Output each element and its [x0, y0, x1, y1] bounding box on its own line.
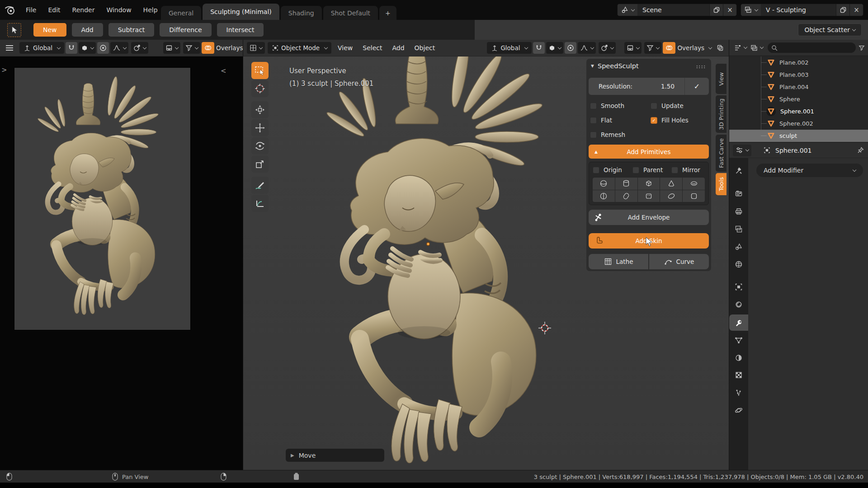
transform-tool[interactable]: [251, 101, 269, 118]
menu-select[interactable]: Select: [358, 44, 387, 52]
annotate-tool[interactable]: [251, 177, 269, 194]
overlays-toggle-icon[interactable]: [202, 42, 214, 54]
add-primitives-button[interactable]: ▲ Add Primitives: [589, 145, 709, 159]
active-tool-indicator[interactable]: [7, 23, 21, 37]
outliner-display-mode-dropdown[interactable]: [732, 44, 749, 52]
mode-dropdown[interactable]: Object Mode: [268, 42, 331, 54]
visibility-dropdown[interactable]: [624, 42, 642, 54]
menu-render[interactable]: Render: [66, 6, 101, 14]
primitive-rounded-square-button[interactable]: [683, 190, 705, 202]
add-button[interactable]: Add: [72, 23, 103, 37]
scene-browse-button[interactable]: [618, 4, 637, 16]
lathe-button[interactable]: Lathe: [589, 254, 648, 269]
orientation-dropdown[interactable]: Global: [19, 42, 64, 54]
object-scatter-dropdown[interactable]: Object Scatter: [798, 23, 862, 36]
menu-object[interactable]: Object: [410, 44, 440, 52]
parent-option[interactable]: Parent: [632, 166, 663, 174]
primitive-rounded-cube-button[interactable]: [638, 190, 660, 202]
difference-button[interactable]: Difference: [160, 23, 211, 37]
outliner-item-plane-004[interactable]: Plane.004: [729, 81, 868, 93]
primitive-cylinder-button[interactable]: [615, 178, 637, 190]
operator-panel-move[interactable]: ▶ Move: [286, 449, 384, 462]
tab-particles[interactable]: [729, 385, 748, 401]
tab-view-layer[interactable]: [729, 221, 748, 237]
tab-sculpting-minimal[interactable]: Sculpting (Minimal): [203, 4, 279, 20]
hamburger-menu-icon[interactable]: [5, 45, 14, 51]
tab-general[interactable]: General: [161, 6, 201, 20]
expand-region-arrow[interactable]: >: [1, 67, 7, 74]
proportional-editing-icon[interactable]: [97, 42, 109, 54]
snap-magnet-icon[interactable]: [66, 42, 77, 54]
tab-render[interactable]: [729, 185, 748, 202]
primitive-sphere-button[interactable]: [593, 178, 615, 190]
falloff-dropdown[interactable]: [110, 42, 128, 54]
outliner-item-plane-003[interactable]: Plane.003: [729, 69, 868, 81]
origin-option[interactable]: Origin: [593, 166, 622, 174]
sidebar-tab-fast-carve[interactable]: Fast Carve: [716, 135, 726, 172]
filter-dropdown[interactable]: [644, 42, 661, 54]
overlays-label[interactable]: Overlays: [214, 44, 243, 52]
overlays-label[interactable]: Overlays: [675, 44, 706, 52]
secondary-viewport[interactable]: Global: [0, 40, 243, 470]
panel-grip-icon[interactable]: [696, 65, 706, 69]
outliner-item-sculpt[interactable]: sculpt: [729, 130, 868, 142]
pin-icon[interactable]: [857, 146, 864, 154]
tab-object[interactable]: [729, 279, 748, 295]
scale-tool[interactable]: [251, 155, 269, 173]
snap-target-dropdown[interactable]: [79, 42, 96, 54]
menu-edit[interactable]: Edit: [42, 6, 66, 14]
remesh-option[interactable]: Remesh: [590, 131, 625, 138]
snap-target-dropdown[interactable]: [546, 42, 563, 54]
collapse-region-arrow[interactable]: <: [221, 68, 226, 75]
visibility-dropdown[interactable]: [163, 42, 180, 54]
falloff-dropdown[interactable]: [578, 42, 596, 54]
primitive-ellipsoid-button[interactable]: [660, 190, 682, 202]
gizmos-dropdown[interactable]: [131, 42, 148, 54]
editor-type-dropdown[interactable]: [247, 42, 265, 54]
curve-button[interactable]: Curve: [649, 254, 709, 269]
tab-physics[interactable]: [729, 402, 748, 418]
menu-add[interactable]: Add: [387, 44, 409, 52]
flat-option[interactable]: Flat: [590, 117, 612, 124]
orientation-dropdown[interactable]: Global: [487, 42, 532, 54]
primitive-cone-button[interactable]: [660, 178, 682, 190]
speedsculpt-panel-header[interactable]: ▼ SpeedSculpt: [591, 62, 639, 70]
subtract-button[interactable]: Subtract: [108, 23, 155, 37]
tab-world[interactable]: [729, 256, 748, 272]
funnel-icon[interactable]: [859, 45, 865, 51]
resolution-apply-button[interactable]: ✓: [684, 78, 709, 95]
scene-name[interactable]: Scene: [637, 6, 709, 14]
add-skin-button[interactable]: Add Skin: [589, 233, 709, 249]
sidebar-tab-view[interactable]: View: [716, 64, 726, 94]
select-box-tool[interactable]: [251, 62, 269, 79]
sidebar-tab-3d-printing[interactable]: 3D Printing: [716, 95, 726, 133]
tab-shot-default[interactable]: Shot Default: [323, 6, 378, 20]
add-modifier-dropdown[interactable]: Add Modifier: [756, 164, 863, 177]
scene-copy-button[interactable]: [709, 4, 723, 16]
menu-window[interactable]: Window: [100, 6, 137, 14]
properties-editor-type-dropdown[interactable]: [733, 145, 751, 156]
tab-modifiers[interactable]: [729, 314, 748, 331]
smooth-option[interactable]: Smooth: [590, 102, 624, 109]
menu-file[interactable]: File: [20, 6, 42, 14]
cursor-tool[interactable]: [251, 80, 269, 97]
sidebar-tab-tools[interactable]: Tools: [716, 173, 726, 195]
tab-output[interactable]: [729, 203, 748, 220]
menu-view[interactable]: View: [333, 44, 358, 52]
tab-tool[interactable]: [729, 163, 748, 179]
primitive-capsule-button[interactable]: [615, 190, 637, 202]
view-layer-browse-button[interactable]: [741, 4, 761, 16]
outliner-search-input[interactable]: [768, 42, 856, 53]
new-button[interactable]: New: [33, 23, 66, 37]
rotate-tool[interactable]: [251, 137, 269, 155]
tab-shading[interactable]: Shading: [281, 6, 322, 20]
primitive-circle-button[interactable]: [593, 190, 615, 202]
move-tool[interactable]: [251, 119, 269, 136]
tab-texture[interactable]: [729, 367, 748, 383]
update-option[interactable]: Update: [651, 102, 684, 109]
filter-dropdown[interactable]: [183, 42, 200, 54]
mirror-option[interactable]: Mirror: [671, 166, 700, 174]
fill-holes-option[interactable]: ✓Fill Holes: [651, 117, 689, 124]
outliner-item-sphere[interactable]: Sphere: [729, 93, 868, 105]
view-layer-delete-button[interactable]: ×: [849, 4, 863, 16]
